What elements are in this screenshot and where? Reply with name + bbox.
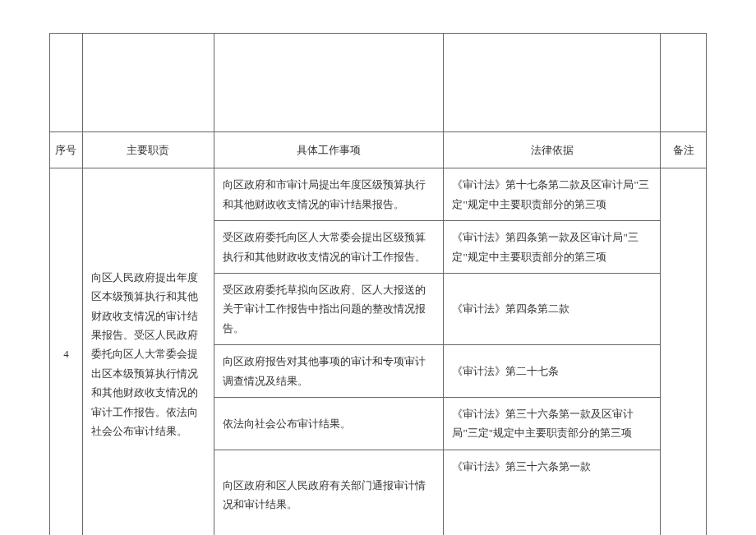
note-cell (661, 168, 707, 535)
header-work: 具体工作事项 (214, 132, 444, 168)
empty-cell (82, 34, 214, 132)
legal-item-3: 《审计法》第四条第二款 (444, 273, 661, 344)
row-responsibility: 向区人民政府提出年度区本级预算执行和其他财政收支情况的审计结果报告。受区人民政府… (82, 168, 214, 535)
work-item-2: 受区政府委托向区人大常委会提出区级预算执行和其他财政收支情况的审计工作报告。 (214, 221, 444, 274)
work-item-1: 向区政府和市审计局提出年度区级预算执行和其他财政收支情况的审计结果报告。 (214, 168, 444, 221)
empty-cell (214, 34, 444, 132)
empty-cell (50, 34, 83, 132)
data-row-1: 4 向区人民政府提出年度区本级预算执行和其他财政收支情况的审计结果报告。受区人民… (50, 168, 707, 221)
empty-top-row (50, 34, 707, 132)
header-note: 备注 (661, 132, 707, 168)
empty-cell (444, 34, 661, 132)
header-legal: 法律依据 (444, 132, 661, 168)
work-item-5: 依法向社会公布审计结果。 (214, 397, 444, 450)
legal-item-1: 《审计法》第十七条第二款及区审计局"三定"规定中主要职责部分的第三项 (444, 168, 661, 221)
header-responsibility: 主要职责 (82, 132, 214, 168)
empty-cell (661, 34, 707, 132)
header-num: 序号 (50, 132, 83, 168)
header-row: 序号 主要职责 具体工作事项 法律依据 备注 (50, 132, 707, 168)
legal-item-5: 《审计法》第三十六条第一款及区审计局"三定"规定中主要职责部分的第三项 (444, 397, 661, 450)
document-table: 序号 主要职责 具体工作事项 法律依据 备注 4 向区人民政府提出年度区本级预算… (49, 33, 707, 535)
legal-item-6: 《审计法》第三十六条第一款 (444, 450, 661, 535)
legal-item-2: 《审计法》第四条第一款及区审计局"三定"规定中主要职责部分的第三项 (444, 221, 661, 274)
work-item-6: 向区政府和区人民政府有关部门通报审计情况和审计结果。 (214, 450, 444, 535)
row-number: 4 (50, 168, 83, 535)
legal-item-4: 《审计法》第二十七条 (444, 345, 661, 398)
work-item-4: 向区政府报告对其他事项的审计和专项审计调查情况及结果。 (214, 345, 444, 398)
work-item-3: 受区政府委托草拟向区政府、区人大报送的关于审计工作报告中指出问题的整改情况报告。 (214, 273, 444, 344)
